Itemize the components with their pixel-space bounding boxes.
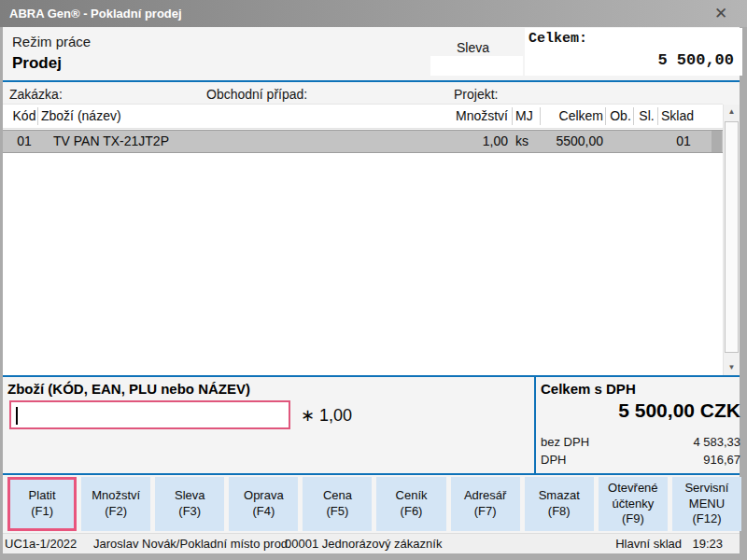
- row-end-shade: [712, 131, 722, 152]
- col-separator: [512, 107, 513, 125]
- title-bar: ABRA Gen® - Pokladní prodej: [0, 0, 747, 27]
- status-warehouse: Hlavní sklad: [615, 537, 682, 551]
- table-row[interactable]: 01 TV PAN TX-21JT2P 1,00 ks 5500,00 01: [3, 130, 723, 153]
- divider-table-bottom: [3, 375, 740, 377]
- service-menu-button[interactable]: Servisní MENU (F12): [672, 477, 741, 531]
- totals-vat-value: 916,67: [610, 453, 740, 467]
- col-header-sl[interactable]: Sl.: [636, 108, 657, 123]
- totals-net-value: 4 583,33: [610, 435, 740, 449]
- button-label: Platit: [29, 488, 56, 504]
- project-label: Projekt:: [454, 87, 498, 102]
- button-key: (F5): [327, 504, 349, 520]
- item-entry-input[interactable]: [9, 400, 290, 429]
- button-label: Otevřené účtenky: [603, 481, 663, 512]
- discount-button[interactable]: Sleva (F3): [155, 477, 224, 531]
- total-display-value: 5 500,00: [529, 51, 734, 69]
- scrollbar-down-icon[interactable]: ▼: [724, 360, 740, 375]
- status-user: Jaroslav Novák/Pokladní místo prod.: [93, 537, 291, 551]
- button-label: Servisní MENU: [677, 481, 737, 512]
- button-label: Adresář: [464, 488, 507, 504]
- pricelist-button[interactable]: Ceník (F6): [376, 477, 445, 531]
- window-title: ABRA Gen® - Pokladní prodej: [9, 7, 182, 21]
- button-key: (F9): [622, 511, 644, 527]
- col-separator: [633, 107, 634, 125]
- col-separator: [657, 107, 658, 125]
- totals-title: Celkem s DPH: [541, 381, 636, 397]
- price-button[interactable]: Cena (F5): [303, 477, 372, 531]
- col-header-sklad[interactable]: Sklad: [661, 108, 694, 123]
- divider-vertical: [534, 377, 536, 473]
- business-case-label: Obchodní případ:: [206, 87, 307, 102]
- mode-label: Režim práce: [12, 34, 91, 49]
- button-key: (F3): [178, 504, 201, 520]
- button-label: Smazat: [539, 488, 580, 504]
- button-key: (F12): [692, 511, 721, 527]
- discount-label: Sleva: [457, 40, 489, 55]
- col-header-mnozstvi[interactable]: Množství: [428, 108, 508, 123]
- function-button-row: Platit (F1) Množství (F2) Sleva (F3) Opr…: [7, 477, 741, 531]
- open-receipts-button[interactable]: Otevřené účtenky (F9): [599, 477, 668, 531]
- col-separator: [37, 107, 38, 125]
- col-header-kod[interactable]: Kód: [10, 108, 38, 123]
- divider-buttons-top: [3, 473, 740, 475]
- divider-top: [3, 80, 740, 82]
- status-time: 19:23: [692, 537, 723, 551]
- correction-button[interactable]: Oprava (F4): [229, 477, 298, 531]
- button-label: Cena: [323, 488, 352, 504]
- cell-sklad: 01: [660, 133, 707, 148]
- status-bar: UC1a-1/2022 Jaroslav Novák/Pokladní míst…: [3, 533, 740, 553]
- button-label: Množství: [92, 488, 140, 504]
- delete-button[interactable]: Smazat (F8): [525, 477, 594, 531]
- button-key: (F1): [31, 504, 53, 520]
- totals-grand-total: 5 500,00 CZK: [541, 399, 740, 422]
- discount-field[interactable]: [430, 56, 523, 76]
- col-header-mj[interactable]: MJ: [515, 108, 533, 123]
- header-underline: [3, 128, 723, 129]
- close-icon[interactable]: ✕: [710, 0, 732, 27]
- cell-mnozstvi: 1,00: [428, 133, 508, 148]
- button-key: (F6): [401, 504, 423, 520]
- status-customer: 00001 Jednorázový zákazník: [285, 537, 442, 551]
- cell-kod: 01: [10, 133, 38, 148]
- total-display-box: Celkem: 5 500,00: [525, 28, 742, 76]
- cell-nazev: TV PAN TX-21JT2P: [53, 133, 169, 148]
- scrollbar-up-icon[interactable]: ▲: [724, 105, 740, 119]
- text-caret: [16, 407, 18, 425]
- col-header-celkem[interactable]: Celkem: [542, 108, 603, 123]
- col-separator: [605, 107, 606, 125]
- order-label: Zakázka:: [9, 87, 63, 102]
- button-key: (F2): [105, 504, 127, 520]
- item-entry-label: Zboží (KÓD, EAN, PLU nebo NÁZEV): [7, 381, 250, 397]
- addressbook-button[interactable]: Adresář (F7): [451, 477, 520, 531]
- totals-vat-label: DPH: [541, 453, 566, 467]
- button-label: Ceník: [396, 488, 428, 504]
- col-header-nazev[interactable]: Zboží (název): [41, 108, 121, 123]
- quantity-multiplier: ∗ 1,00: [301, 405, 352, 426]
- cell-celkem: 5500,00: [542, 133, 603, 148]
- totals-net-label: bez DPH: [541, 435, 589, 449]
- col-separator: [540, 107, 541, 125]
- button-key: (F4): [252, 504, 275, 520]
- scrollbar-thumb[interactable]: [725, 121, 739, 353]
- button-key: (F7): [474, 504, 497, 520]
- button-key: (F8): [548, 504, 571, 520]
- button-label: Sleva: [175, 488, 205, 504]
- col-header-ob[interactable]: Ob.: [607, 108, 634, 123]
- status-document: UC1a-1/2022: [5, 537, 77, 551]
- total-display-label: Celkem:: [529, 31, 587, 47]
- cell-mj: ks: [515, 133, 529, 148]
- pos-window: ABRA Gen® - Pokladní prodej ✕ Režim prác…: [0, 0, 747, 560]
- pay-button[interactable]: Platit (F1): [7, 477, 77, 531]
- quantity-button[interactable]: Množství (F2): [81, 477, 150, 531]
- mode-value: Prodej: [12, 54, 62, 73]
- button-label: Oprava: [244, 488, 284, 504]
